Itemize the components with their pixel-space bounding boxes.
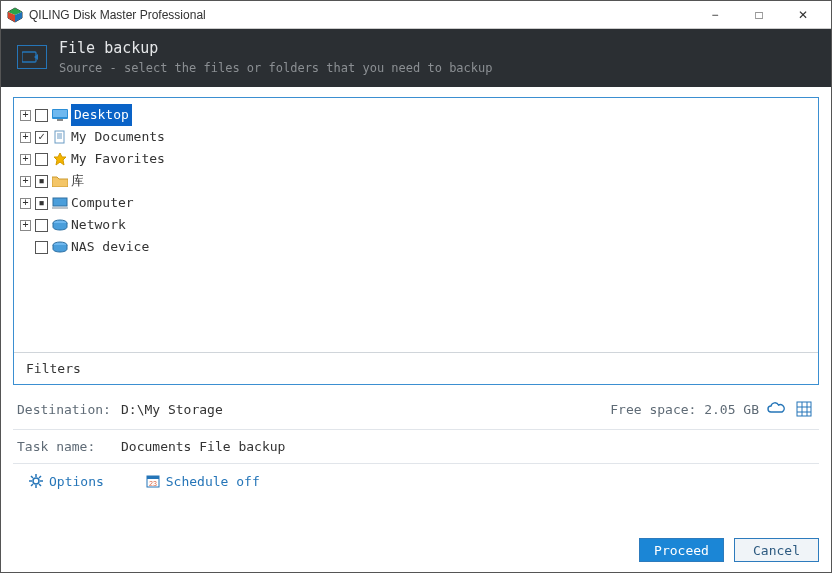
schedule-button[interactable]: 23 Schedule off	[144, 474, 260, 489]
dialog-footer: Proceed Cancel	[1, 532, 831, 572]
taskname-value[interactable]: Documents File backup	[121, 439, 285, 454]
destination-row: Destination: D:\My Storage Free space: 2…	[13, 385, 819, 430]
tree-checkbox[interactable]	[35, 153, 48, 166]
svg-rect-13	[53, 198, 67, 206]
svg-rect-17	[797, 402, 811, 416]
svg-marker-12	[54, 153, 66, 165]
filters-row[interactable]: Filters	[14, 352, 818, 384]
calendar-icon: 23	[144, 474, 162, 488]
expand-icon[interactable]: +	[20, 154, 31, 165]
documents-icon	[51, 130, 69, 144]
tree-item-label: 库	[71, 170, 84, 192]
tree-checkbox[interactable]	[35, 175, 48, 188]
page-subtitle: Source - select the files or folders tha…	[59, 61, 492, 75]
svg-line-30	[31, 484, 33, 486]
options-button[interactable]: Options	[27, 474, 104, 489]
file-backup-icon	[17, 45, 47, 69]
calculator-icon[interactable]	[793, 399, 815, 419]
destination-label: Destination:	[17, 402, 121, 417]
destination-value[interactable]: D:\My Storage	[121, 402, 223, 417]
expand-icon[interactable]: +	[20, 198, 31, 209]
svg-rect-6	[53, 110, 67, 117]
free-space-label: Free space: 2.05 GB	[610, 402, 759, 417]
close-button[interactable]: ✕	[781, 1, 825, 29]
tree-checkbox[interactable]	[35, 197, 48, 210]
svg-rect-32	[147, 476, 159, 479]
proceed-button[interactable]: Proceed	[639, 538, 724, 562]
tree-item-label: My Documents	[71, 126, 165, 148]
svg-rect-7	[57, 119, 63, 121]
tree-item-label: Network	[71, 214, 126, 236]
expand-icon[interactable]: +	[20, 110, 31, 121]
tree-item-label: Desktop	[71, 104, 132, 126]
computer-icon	[51, 197, 69, 209]
tree-checkbox[interactable]	[35, 131, 48, 144]
folder-icon	[51, 175, 69, 187]
tree-item[interactable]: +库	[20, 170, 814, 192]
desktop-icon	[51, 109, 69, 121]
schedule-label: Schedule off	[166, 474, 260, 489]
expand-icon[interactable]: +	[20, 176, 31, 187]
svg-rect-4	[22, 52, 36, 62]
minimize-button[interactable]: −	[693, 1, 737, 29]
expand-icon[interactable]: +	[20, 220, 31, 231]
tree-item[interactable]: NAS device	[20, 236, 814, 258]
cancel-button[interactable]: Cancel	[734, 538, 819, 562]
options-row: Options 23 Schedule off	[13, 464, 819, 498]
expand-icon[interactable]: +	[20, 132, 31, 143]
options-label: Options	[49, 474, 104, 489]
svg-line-28	[39, 484, 41, 486]
taskname-row: Task name: Documents File backup	[13, 430, 819, 464]
tree-item-label: NAS device	[71, 236, 149, 258]
source-tree-panel: +Desktop+My Documents+My Favorites+库+Com…	[13, 97, 819, 385]
tree-item-label: Computer	[71, 192, 134, 214]
network-icon	[51, 219, 69, 231]
svg-line-27	[31, 476, 33, 478]
app-icon	[7, 7, 23, 23]
star-icon	[51, 152, 69, 166]
page-header: File backup Source - select the files or…	[1, 29, 831, 87]
taskname-label: Task name:	[17, 439, 121, 454]
tree-checkbox[interactable]	[35, 109, 48, 122]
svg-line-29	[39, 476, 41, 478]
svg-text:23: 23	[149, 480, 157, 487]
tree-item[interactable]: +Computer	[20, 192, 814, 214]
page-title: File backup	[59, 39, 492, 57]
svg-rect-14	[52, 207, 68, 209]
source-tree[interactable]: +Desktop+My Documents+My Favorites+库+Com…	[14, 98, 818, 352]
tree-item[interactable]: +My Favorites	[20, 148, 814, 170]
browse-cloud-icon[interactable]	[765, 399, 787, 419]
svg-point-22	[33, 478, 39, 484]
svg-rect-8	[55, 131, 64, 143]
gear-icon	[27, 474, 45, 488]
nas-icon	[51, 241, 69, 253]
filters-label: Filters	[26, 361, 81, 376]
maximize-button[interactable]: □	[737, 1, 781, 29]
tree-item[interactable]: +My Documents	[20, 126, 814, 148]
window-title: QILING Disk Master Professional	[29, 8, 693, 22]
tree-item[interactable]: +Network	[20, 214, 814, 236]
tree-item-label: My Favorites	[71, 148, 165, 170]
tree-item[interactable]: +Desktop	[20, 104, 814, 126]
titlebar: QILING Disk Master Professional − □ ✕	[1, 1, 831, 29]
tree-checkbox[interactable]	[35, 241, 48, 254]
tree-checkbox[interactable]	[35, 219, 48, 232]
